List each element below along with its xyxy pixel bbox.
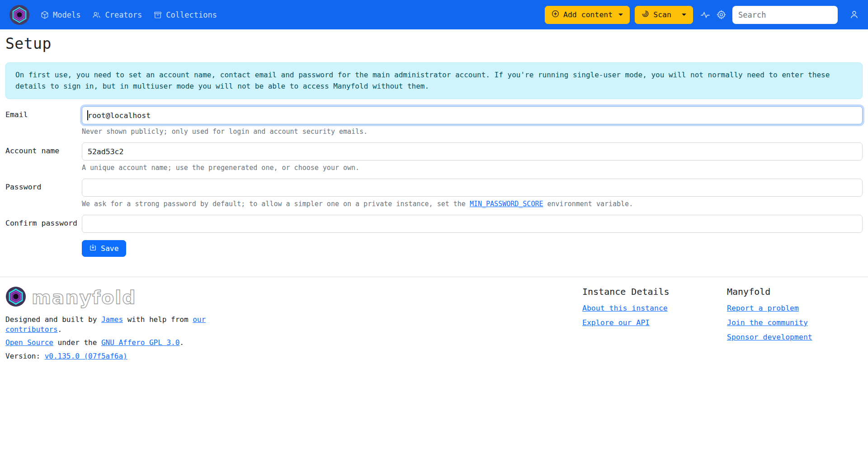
manyfold-footer-logo	[5, 286, 26, 309]
email-row: Email Never shown publicly; only used fo…	[5, 106, 863, 136]
version-link[interactable]: v0.135.0 (07f5af6a)	[45, 352, 127, 360]
account-name-row: Account name A unique account name; use …	[5, 142, 863, 172]
password-label: Password	[5, 179, 82, 208]
account-name-help-text: A unique account name; use the pregenera…	[82, 164, 863, 172]
text-cursor	[87, 110, 88, 120]
james-link[interactable]: James	[101, 315, 123, 324]
save-button-label: Save	[101, 244, 119, 253]
confirm-password-label: Confirm password	[5, 215, 82, 233]
nav-item-label: Creators	[105, 10, 142, 19]
email-label: Email	[5, 106, 82, 136]
nav-item-label: Collections	[166, 10, 217, 19]
gnu-agpl-link[interactable]: GNU Affero GPL 3.0	[101, 338, 179, 347]
person-icon[interactable]	[849, 10, 859, 19]
people-icon	[92, 11, 101, 19]
version-label: Version:	[5, 352, 45, 360]
password-help-post: environment variable.	[543, 200, 633, 208]
footer-column-instance-details: Instance Details About this instance Exp…	[582, 286, 727, 333]
nav-item-creators[interactable]: Creators	[92, 10, 142, 19]
password-row: Password We ask for a strong password by…	[5, 179, 863, 208]
footer-credits: Designed and built by James with help fr…	[5, 315, 208, 361]
nav-item-collections[interactable]: Collections	[154, 10, 217, 19]
join-community-link[interactable]: Join the community	[727, 318, 808, 327]
navbar-actions: Add content Scan	[545, 6, 859, 24]
radar-icon	[642, 10, 649, 19]
plus-circle-icon	[552, 10, 559, 19]
account-name-label: Account name	[5, 142, 82, 172]
setup-info-alert: On first use, you need to set an account…	[5, 62, 863, 99]
main-content: Setup On first use, you need to set an a…	[0, 35, 868, 257]
footer-column-heading: Instance Details	[582, 286, 727, 297]
open-source-link[interactable]: Open Source	[5, 338, 53, 347]
explore-api-link[interactable]: Explore our API	[582, 318, 650, 327]
confirm-password-field[interactable]	[82, 215, 863, 233]
sponsor-development-link[interactable]: Sponsor development	[727, 333, 812, 341]
credits-text: .	[58, 325, 62, 334]
password-help-pre: We ask for a strong password by default;…	[82, 200, 470, 208]
email-field[interactable]	[82, 106, 863, 124]
footer-column-manyfold: Manyfold Report a problem Join the commu…	[727, 286, 863, 347]
alert-line: details to sign in, but in multiuser mod…	[15, 81, 853, 92]
setup-form: Email Never shown publicly; only used fo…	[5, 106, 863, 257]
license-text: .	[179, 338, 184, 347]
page-footer: manyfold Designed and built by James wit…	[0, 277, 868, 383]
box-icon	[41, 11, 49, 19]
save-icon	[89, 244, 97, 253]
nav-item-models[interactable]: Models	[41, 10, 80, 19]
credits-line: Designed and built by James with help fr…	[5, 315, 208, 334]
confirm-password-row: Confirm password	[5, 215, 863, 233]
password-help-text: We ask for a strong password by default;…	[82, 200, 863, 208]
page-title: Setup	[5, 35, 863, 52]
license-line: Open Source under the GNU Affero GPL 3.0…	[5, 338, 208, 348]
archive-icon	[154, 11, 162, 19]
manyfold-logo-icon	[9, 5, 30, 25]
scan-button[interactable]: Scan	[635, 6, 693, 24]
chevron-down-icon	[682, 14, 686, 16]
add-content-button[interactable]: Add content	[545, 6, 630, 24]
version-line: Version: v0.135.0 (07f5af6a)	[5, 351, 208, 361]
credits-text: Designed and built by	[5, 315, 101, 324]
search-input[interactable]	[732, 6, 838, 24]
nav-item-label: Models	[53, 10, 80, 19]
email-help-text: Never shown publicly; only used for logi…	[82, 128, 863, 136]
settings-gear-icon[interactable]	[717, 10, 726, 19]
credits-text: with help from	[123, 315, 193, 324]
top-navbar: Models Creators Collections	[0, 0, 868, 29]
activity-icon[interactable]	[700, 10, 710, 20]
report-problem-link[interactable]: Report a problem	[727, 304, 799, 312]
scan-label: Scan	[653, 10, 671, 19]
license-text: under the	[53, 338, 101, 347]
save-button[interactable]: Save	[82, 240, 126, 257]
password-field[interactable]	[82, 179, 863, 197]
footer-column-heading: Manyfold	[727, 286, 863, 297]
manyfold-logo[interactable]	[9, 5, 30, 25]
account-name-field[interactable]	[82, 142, 863, 161]
add-content-label: Add content	[563, 10, 613, 19]
min-password-score-link[interactable]: MIN_PASSWORD_SCORE	[470, 200, 543, 208]
primary-nav: Models Creators Collections	[41, 10, 217, 19]
about-instance-link[interactable]: About this instance	[582, 304, 668, 312]
chevron-down-icon	[618, 14, 623, 16]
alert-line: On first use, you need to set an account…	[15, 70, 853, 81]
manyfold-wordmark: manyfold	[32, 287, 137, 308]
footer-brand-block: manyfold Designed and built by James wit…	[5, 286, 582, 364]
